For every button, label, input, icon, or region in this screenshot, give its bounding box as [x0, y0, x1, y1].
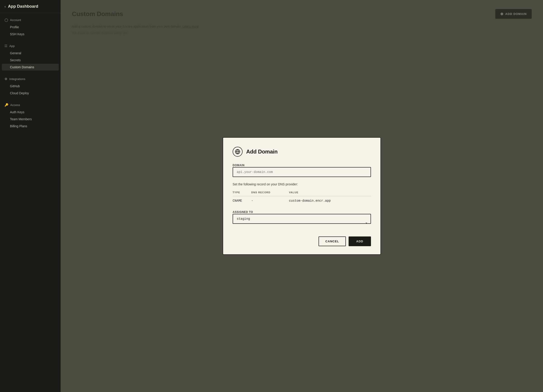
app-title[interactable]: ‹ App Dashboard: [0, 0, 61, 13]
sidebar-item-custom-domains[interactable]: Custom Domains: [2, 64, 59, 71]
app-icon: ☷: [5, 44, 7, 48]
dns-table: TYPE DNS RECORD VALUE CNAME - custom-dom…: [233, 190, 371, 204]
dns-value-cell: custom-domain.encr.app: [289, 196, 371, 204]
cancel-button[interactable]: CANCEL: [318, 236, 346, 246]
account-section-header: ◯ Account: [0, 17, 61, 23]
sidebar: ‹ App Dashboard ◯ Account Profile SSH Ke…: [0, 0, 61, 392]
integrations-icon: ⚙: [5, 77, 7, 81]
sidebar-item-cloud-deploy[interactable]: Cloud Deploy: [2, 90, 59, 97]
add-domain-modal: Add Domain Domain Set the following reco…: [223, 137, 381, 255]
domain-input[interactable]: [233, 167, 371, 177]
sidebar-item-profile[interactable]: Profile: [2, 24, 59, 30]
app-section: ☷ App General Secrets Custom Domains: [0, 39, 61, 72]
sidebar-item-general[interactable]: General: [2, 50, 59, 57]
sidebar-item-github[interactable]: GitHub: [2, 83, 59, 90]
dns-record-cell: -: [251, 196, 289, 204]
modal-globe-icon: [233, 147, 243, 157]
integrations-section: ⚙ Integrations GitHub Cloud Deploy: [0, 72, 61, 98]
app-section-header: ☷ App: [0, 43, 61, 50]
dns-col-type: TYPE: [233, 190, 251, 196]
integrations-label: Integrations: [9, 77, 25, 81]
assigned-select[interactable]: staging production development: [233, 214, 371, 224]
access-section-header: 🔑 Access: [0, 102, 61, 108]
sidebar-item-secrets[interactable]: Secrets: [2, 57, 59, 63]
app-label: App: [9, 44, 15, 48]
modal-header: Add Domain: [233, 147, 371, 157]
dns-col-value: VALUE: [289, 190, 371, 196]
main-content: Custom Domains ⊕ ADD DOMAIN Add a custom…: [61, 0, 543, 392]
dns-col-record: DNS RECORD: [251, 190, 289, 196]
dns-type-cell: CNAME: [233, 196, 251, 204]
access-icon: 🔑: [5, 103, 8, 107]
modal-overlay: Add Domain Domain Set the following reco…: [61, 0, 543, 392]
add-button[interactable]: ADD: [349, 236, 371, 246]
sidebar-item-billing-plans[interactable]: Billing Plans: [2, 123, 59, 130]
sidebar-item-auth-keys[interactable]: Auth Keys: [2, 109, 59, 115]
dns-instruction: Set the following record on your DNS pro…: [233, 182, 371, 186]
access-label: Access: [10, 103, 20, 107]
back-icon[interactable]: ‹: [5, 5, 6, 9]
assigned-label: Assigned to: [233, 210, 253, 214]
account-icon: ◯: [5, 18, 8, 22]
access-section: 🔑 Access Auth Keys Team Members Billing …: [0, 98, 61, 131]
account-label: Account: [10, 18, 21, 22]
sidebar-item-ssh-keys[interactable]: SSH Keys: [2, 31, 59, 38]
assigned-select-wrapper: staging production development ⌄: [233, 214, 371, 230]
modal-actions: CANCEL ADD: [233, 236, 371, 246]
account-section: ◯ Account Profile SSH Keys: [0, 13, 61, 39]
modal-title: Add Domain: [246, 148, 277, 155]
app-title-label: App Dashboard: [8, 4, 38, 9]
domain-field-label: Domain: [233, 164, 245, 167]
sidebar-item-team-members[interactable]: Team Members: [2, 116, 59, 123]
integrations-section-header: ⚙ Integrations: [0, 76, 61, 83]
dns-table-row: CNAME - custom-domain.encr.app: [233, 196, 371, 204]
